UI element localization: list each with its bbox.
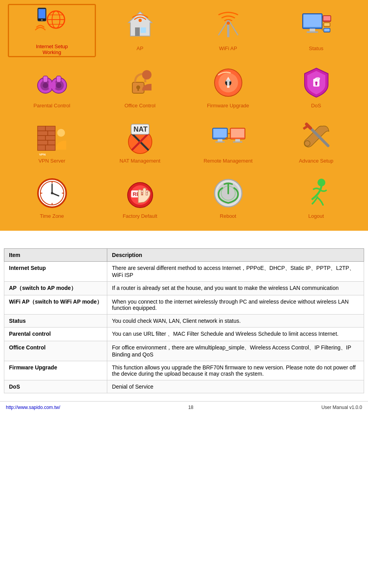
table-item-cell: Internet Setup — [4, 262, 107, 282]
remote-management-label: Remote Management — [204, 158, 253, 164]
page-footer: http://www.sapido.com.tw/ 18 User Manual… — [0, 401, 368, 413]
table-row: Internet SetupThere are several differen… — [4, 262, 364, 282]
description-table: Item Description Internet SetupThere are… — [4, 248, 364, 393]
footer-link[interactable]: http://www.sapido.com.tw/ — [6, 405, 60, 410]
nat-management-label: NAT Management — [119, 158, 160, 164]
svg-line-14 — [228, 20, 238, 35]
svg-rect-18 — [310, 29, 315, 32]
icon-wifi-ap[interactable]: WiFi AP — [184, 4, 272, 57]
remote-management-icon — [211, 120, 246, 156]
table-description-cell: When you connect to the internet wireles… — [107, 295, 364, 315]
icon-nat-management[interactable]: NAT NAT Management — [96, 116, 184, 168]
table-description-cell: There are several different method to ac… — [107, 262, 364, 282]
svg-rect-1 — [38, 9, 45, 18]
factory-default-label: Factory Default — [123, 213, 157, 219]
col-item-header: Item — [4, 249, 107, 262]
svg-point-80 — [305, 141, 310, 146]
icon-office-control[interactable]: Office Control — [96, 61, 184, 112]
svg-rect-17 — [303, 14, 321, 27]
icon-internet-setup[interactable]: Internet SetupWorking — [8, 4, 96, 57]
reboot-label: Reboot — [220, 213, 236, 219]
svg-point-34 — [43, 83, 48, 88]
page-number: 18 — [188, 405, 193, 410]
table-row: Office ControlFor office environment，the… — [4, 341, 364, 361]
office-control-icon — [123, 65, 158, 100]
table-row: Parental controlYou can use URL filter 、… — [4, 327, 364, 341]
icon-parental-control[interactable]: Parental Control — [8, 61, 96, 112]
nat-management-icon: NAT — [123, 120, 158, 156]
svg-rect-70 — [218, 139, 222, 141]
icon-reboot[interactable]: Reboot — [184, 172, 272, 223]
vpn-server-label: VPN Server — [38, 158, 65, 164]
section-gap — [0, 231, 368, 241]
table-description-cell: For office environment，there are wlmulti… — [107, 341, 364, 361]
table-item-cell: Office Control — [4, 341, 107, 361]
table-item-cell: Firmware Upgrade — [4, 361, 107, 380]
svg-rect-69 — [213, 129, 227, 138]
advance-setup-label: Advance Setup — [299, 158, 333, 164]
svg-rect-41 — [137, 87, 139, 91]
col-description-header: Description — [107, 249, 364, 262]
icon-firmware-upgrade[interactable]: Firmware Upgrade — [184, 61, 272, 112]
svg-text:VPN: VPN — [39, 153, 46, 156]
icon-status[interactable]: Status — [272, 4, 360, 57]
internet-setup-icon — [34, 6, 70, 41]
icon-factory-default[interactable]: RESET Factory Default — [96, 172, 184, 223]
svg-point-101 — [317, 179, 325, 186]
table-item-cell: AP（switch to AP mode） — [4, 282, 107, 295]
table-row: StatusYou could check WAN, LAN, Client n… — [4, 315, 364, 327]
logout-icon — [299, 175, 334, 211]
vpn-server-icon: VPN — [34, 120, 70, 156]
svg-point-88 — [51, 192, 53, 194]
svg-line-83 — [303, 126, 308, 129]
table-description-cell: You can use URL filter 、MAC Filter Sched… — [107, 327, 364, 341]
table-row: WiFi AP（switch to WiFi AP mode）When you … — [4, 295, 364, 315]
svg-point-15 — [227, 22, 230, 25]
parental-control-icon — [34, 65, 70, 100]
svg-rect-25 — [324, 29, 330, 31]
svg-rect-10 — [141, 27, 146, 33]
icon-advance-setup[interactable]: Advance Setup — [272, 116, 360, 168]
svg-rect-21 — [323, 16, 330, 20]
table-row: AP（switch to AP mode）If a router is alre… — [4, 282, 364, 295]
status-label: Status — [309, 45, 323, 51]
icon-logout[interactable]: Logout — [272, 172, 360, 223]
ap-label: AP — [137, 45, 143, 51]
svg-rect-23 — [324, 23, 330, 26]
icon-grid: Internet SetupWorking AP — [8, 4, 360, 223]
svg-point-2 — [41, 19, 43, 21]
table-description-cell: You could check WAN, LAN, Client network… — [107, 315, 364, 327]
logout-label: Logout — [308, 213, 324, 219]
table-item-cell: Parental control — [4, 327, 107, 341]
table-item-cell: WiFi AP（switch to WiFi AP mode） — [4, 295, 107, 315]
parental-control-label: Parental Control — [34, 103, 70, 109]
icon-remote-management[interactable]: Remote Management — [184, 116, 272, 168]
internet-setup-label: Internet SetupWorking — [36, 43, 68, 55]
dos-label: DoS — [311, 103, 321, 109]
advance-setup-icon — [299, 120, 334, 156]
svg-point-11 — [139, 19, 142, 22]
reboot-icon — [211, 175, 246, 211]
office-control-label: Office Control — [124, 103, 155, 109]
svg-rect-78 — [235, 139, 240, 141]
svg-rect-36 — [49, 82, 56, 89]
svg-rect-77 — [231, 129, 244, 138]
svg-rect-37 — [43, 76, 48, 82]
svg-line-13 — [218, 20, 228, 35]
svg-marker-8 — [128, 12, 152, 36]
icon-ap[interactable]: AP — [96, 4, 184, 57]
svg-rect-9 — [135, 27, 140, 36]
icon-vpn-server[interactable]: VPN VPN Server — [8, 116, 96, 168]
svg-point-42 — [142, 70, 152, 80]
svg-rect-71 — [215, 141, 225, 143]
version-text: User Manual v1.0.0 — [321, 405, 362, 410]
time-zone-icon — [34, 175, 70, 211]
status-icon — [299, 8, 334, 43]
ap-icon — [123, 8, 158, 43]
table-description-cell: If a router is already set at the house,… — [107, 282, 364, 295]
svg-rect-49 — [316, 83, 317, 85]
icon-time-zone[interactable]: Time Zone — [8, 172, 96, 223]
time-zone-label: Time Zone — [40, 213, 64, 219]
icon-dos[interactable]: DoS — [272, 61, 360, 112]
dos-icon — [299, 65, 334, 100]
